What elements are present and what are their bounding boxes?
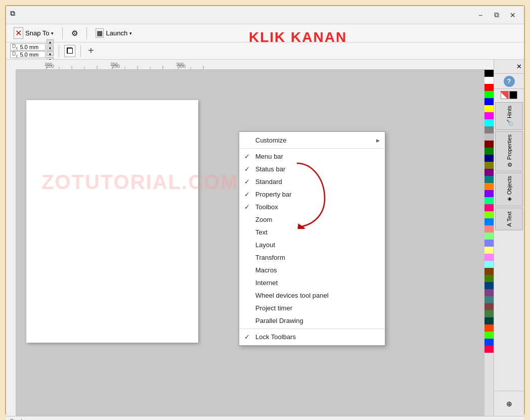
color-swatch[interactable] xyxy=(484,289,494,296)
color-swatch[interactable] xyxy=(484,126,494,133)
menu-item-label: Zoom xyxy=(255,216,272,223)
close-button[interactable]: ✕ xyxy=(506,10,520,21)
color-swatch[interactable] xyxy=(484,303,494,310)
launch-button[interactable]: ▦ Launch ▾ xyxy=(92,26,136,40)
color-swatch[interactable] xyxy=(484,197,494,204)
color-swatch[interactable] xyxy=(484,70,494,77)
restore-icon-left[interactable]: ⧉ xyxy=(10,9,15,18)
customize-label: Customize xyxy=(255,136,286,144)
text-tab[interactable]: A Text xyxy=(495,208,523,230)
color-swatch[interactable] xyxy=(484,141,494,148)
color-swatch[interactable] xyxy=(484,346,494,353)
color-swatch[interactable] xyxy=(484,275,494,282)
launch-dropdown-arrow[interactable]: ▾ xyxy=(129,31,132,36)
menu-item-customize[interactable]: Customize xyxy=(239,134,385,147)
color-swatch[interactable] xyxy=(484,232,494,240)
no-fill-swatch[interactable] xyxy=(501,91,509,99)
prop-up-arrow[interactable]: ▲ xyxy=(47,39,54,44)
dy-input[interactable]: Dy 5.0 mm xyxy=(10,51,46,58)
menu-item-label: Standard xyxy=(255,178,282,185)
color-swatch[interactable] xyxy=(484,84,494,91)
snap-dropdown-arrow[interactable]: ▾ xyxy=(51,31,54,36)
color-swatch[interactable] xyxy=(484,247,494,254)
snap-button[interactable]: ✕ Snap To ▾ xyxy=(10,25,57,41)
color-swatch[interactable] xyxy=(484,183,494,190)
color-swatch[interactable] xyxy=(484,190,494,197)
add-button[interactable]: + xyxy=(86,45,96,57)
menu-item-property-bar[interactable]: Property bar xyxy=(239,188,385,201)
color-swatch[interactable] xyxy=(484,268,494,275)
color-swatch[interactable] xyxy=(484,225,494,232)
objects-tab-label: Objects xyxy=(506,176,512,195)
color-swatch[interactable] xyxy=(484,218,494,225)
restore-button[interactable]: ⧉ xyxy=(490,10,504,21)
color-swatch[interactable] xyxy=(484,261,494,268)
color-swatch[interactable] xyxy=(484,317,494,324)
color-swatch[interactable] xyxy=(484,119,494,126)
color-swatch[interactable] xyxy=(484,91,494,98)
color-swatch[interactable] xyxy=(484,282,494,289)
color-swatch[interactable] xyxy=(484,339,494,346)
gear-button[interactable]: ⚙ xyxy=(68,27,81,40)
color-swatch[interactable] xyxy=(484,324,494,332)
menu-item-wheel-devices-tool-panel[interactable]: Wheel devices tool panel xyxy=(239,289,385,302)
gear-icon: ⚙ xyxy=(71,29,78,38)
menu-item-label: Internet xyxy=(255,279,278,287)
color-swatch[interactable] xyxy=(484,105,494,112)
color-swatch[interactable] xyxy=(484,310,494,317)
objects-tab[interactable]: ◈ Objects xyxy=(495,172,523,206)
panel-close-button[interactable]: ✕ xyxy=(516,63,522,70)
menu-item-macros[interactable]: Macros xyxy=(239,264,385,276)
dx-label: Dx xyxy=(12,43,18,51)
color-swatch[interactable] xyxy=(484,155,494,162)
menu-item-menu-bar[interactable]: Menu bar xyxy=(239,150,385,163)
app-window: ⧉ − ⧉ ✕ KLIK KANAN ✕ Snap To ▾ ⚙ ▦ Launc… xyxy=(5,5,525,415)
menu-item-project-timer[interactable]: Project timer xyxy=(239,302,385,314)
menu-item-transform[interactable]: Transform xyxy=(239,251,385,264)
ruler-ticks-svg: 200 250 300 xyxy=(16,60,471,70)
color-swatch[interactable] xyxy=(484,240,494,247)
color-swatch[interactable] xyxy=(484,204,494,211)
color-swatch[interactable] xyxy=(484,133,494,141)
menu-item-zoom[interactable]: Zoom xyxy=(239,213,385,226)
title-bar-buttons: − ⧉ ✕ xyxy=(473,10,520,21)
color-swatch[interactable] xyxy=(484,112,494,119)
color-top-area xyxy=(494,89,524,101)
prop-divider2 xyxy=(80,45,81,57)
color-swatch[interactable] xyxy=(484,254,494,261)
menu-item-status-bar[interactable]: Status bar xyxy=(239,163,385,175)
color-swatch[interactable] xyxy=(484,169,494,176)
hints-tab[interactable]: 🔍 Hints xyxy=(495,102,523,130)
color-swatch[interactable] xyxy=(484,176,494,183)
toolbar-divider-1 xyxy=(62,27,63,39)
color-swatch[interactable] xyxy=(484,332,494,339)
menu-item-lock-toolbars[interactable]: Lock Toolbars xyxy=(239,331,385,343)
black-swatch[interactable] xyxy=(509,91,517,99)
color-swatch[interactable] xyxy=(484,77,494,84)
color-swatch[interactable] xyxy=(484,148,494,155)
hints-icon-area[interactable]: ? xyxy=(494,74,524,89)
hints-tab-icon: 🔍 xyxy=(506,120,512,126)
menu-item-label: Status bar xyxy=(255,165,285,173)
prop-down-arrow[interactable]: ▼ xyxy=(47,45,54,51)
dy-label: Dy xyxy=(12,51,18,58)
dx-value: 5.0 mm xyxy=(20,44,38,50)
color-swatch[interactable] xyxy=(484,162,494,169)
bottom-tab[interactable]: ⊕ xyxy=(494,391,524,416)
color-swatch[interactable] xyxy=(484,211,494,218)
minimize-button[interactable]: − xyxy=(473,10,488,21)
menu-item-standard[interactable]: Standard xyxy=(239,175,385,188)
menu-item-text[interactable]: Text xyxy=(239,226,385,239)
menu-item-toolbox[interactable]: Toolbox xyxy=(239,201,385,213)
color-swatch[interactable] xyxy=(484,296,494,303)
menu-item-internet[interactable]: Internet xyxy=(239,276,385,289)
svg-text:250: 250 xyxy=(110,62,118,67)
prop-up-arrow2[interactable]: ▲ xyxy=(47,51,54,56)
dx-input[interactable]: Dx 5.0 mm xyxy=(10,43,46,51)
hints-tab-label: Hints xyxy=(506,106,512,118)
menu-item-layout[interactable]: Layout xyxy=(239,239,385,251)
properties-tab[interactable]: ⚙ Properties xyxy=(495,131,523,171)
color-swatch[interactable] xyxy=(484,98,494,105)
klik-kanan-label: KLIK KANAN xyxy=(249,29,347,45)
menu-item-parallel-drawing[interactable]: Parallel Drawing xyxy=(239,314,385,327)
